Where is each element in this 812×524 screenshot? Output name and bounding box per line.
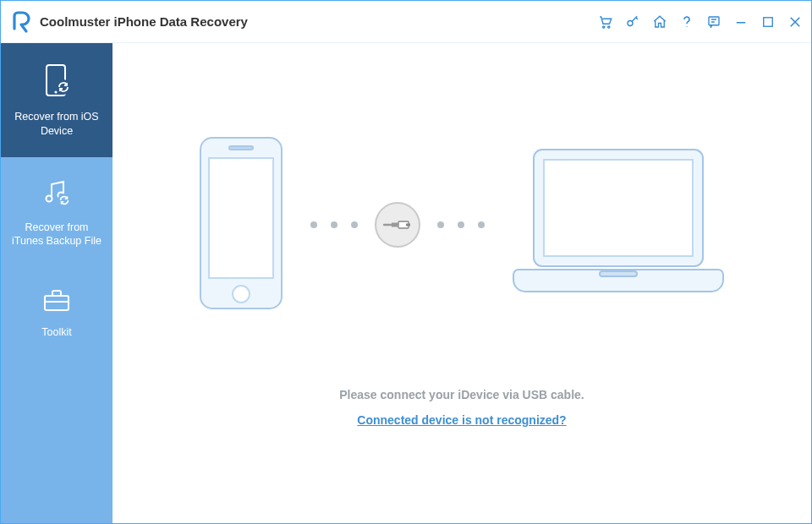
svg-point-15 [233, 286, 250, 303]
laptop-icon [508, 143, 728, 307]
minimize-button[interactable] [728, 9, 754, 35]
svg-point-9 [47, 195, 52, 201]
svg-point-1 [608, 25, 610, 27]
sidebar-item-label: Recover from iTunes Backup File [12, 221, 102, 249]
sidebar-item-label: Recover from iOS Device [14, 110, 98, 139]
cart-icon[interactable] [593, 9, 618, 35]
connect-illustration [195, 134, 728, 315]
sidebar: Recover from iOS Device Rec [1, 43, 112, 523]
close-button[interactable] [782, 9, 808, 35]
dot-icon [478, 221, 485, 228]
svg-rect-18 [406, 224, 410, 227]
dot-icon [331, 221, 337, 228]
maximize-button[interactable] [755, 9, 781, 35]
titlebar: Coolmuster iPhone Data Recovery [1, 1, 811, 43]
svg-rect-21 [544, 160, 693, 256]
dot-icon [351, 221, 358, 228]
key-icon[interactable] [620, 9, 645, 35]
music-sync-icon [41, 177, 72, 212]
toolkit-icon [42, 287, 71, 317]
svg-rect-12 [45, 296, 69, 310]
titlebar-actions [593, 9, 808, 35]
dot-icon [437, 221, 444, 228]
sidebar-item-recover-itunes-backup[interactable]: Recover from iTunes Backup File [1, 157, 112, 268]
svg-point-3 [686, 25, 687, 26]
main-content: Please connect your iDevice via USB cabl… [112, 43, 811, 523]
svg-rect-5 [764, 17, 773, 26]
svg-rect-22 [600, 271, 637, 276]
svg-rect-16 [229, 146, 253, 150]
sidebar-item-label: Toolkit [41, 325, 71, 340]
sidebar-item-recover-ios-device[interactable]: Recover from iOS Device [1, 43, 112, 157]
instructions: Please connect your iDevice via USB cabl… [339, 388, 584, 428]
phone-sync-icon [43, 63, 70, 101]
app-title: Coolmuster iPhone Data Recovery [40, 14, 248, 29]
usb-cable-icon [375, 202, 420, 248]
home-icon[interactable] [647, 9, 672, 35]
dot-icon [310, 221, 317, 228]
help-icon[interactable] [674, 9, 700, 35]
app-window: Coolmuster iPhone Data Recovery [0, 0, 812, 524]
svg-rect-14 [209, 158, 273, 278]
svg-rect-19 [392, 223, 398, 227]
device-not-recognized-link[interactable]: Connected device is not recognized? [357, 413, 566, 427]
phone-icon [195, 134, 287, 315]
svg-rect-4 [709, 17, 719, 25]
dot-icon [458, 221, 464, 228]
instruction-text: Please connect your iDevice via USB cabl… [339, 388, 584, 401]
svg-point-7 [54, 90, 57, 93]
body: Recover from iOS Device Rec [1, 43, 811, 523]
svg-point-11 [58, 194, 71, 207]
svg-point-2 [628, 20, 633, 25]
connection-dots [310, 202, 485, 248]
svg-point-0 [603, 25, 605, 27]
feedback-icon[interactable] [701, 9, 727, 35]
app-logo-icon [9, 10, 33, 34]
sidebar-item-toolkit[interactable]: Toolkit [1, 267, 112, 358]
